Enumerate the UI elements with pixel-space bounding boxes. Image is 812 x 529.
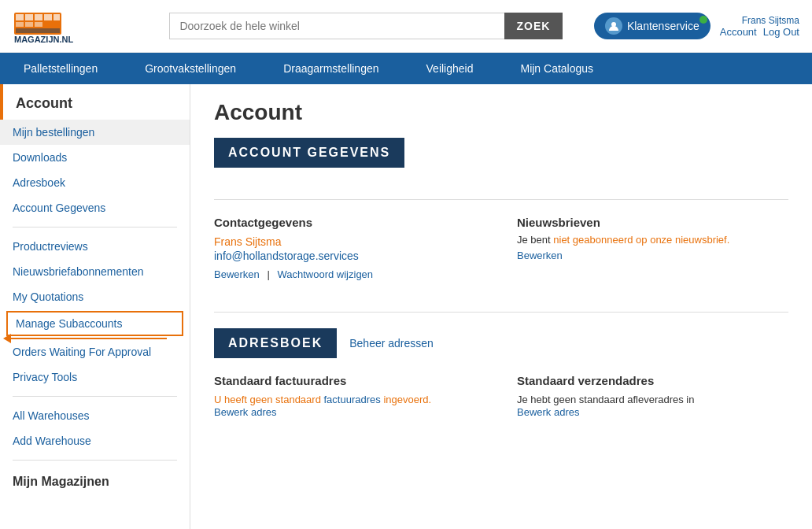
newsletter-highlight: niet geabonneerd op onze nieuwsbrief. xyxy=(553,234,729,246)
billing-title: Standaard factuuradres xyxy=(214,374,485,387)
svg-rect-9 xyxy=(35,22,42,27)
newsletter-text: Je bent niet geabonneerd op onze nieuwsb… xyxy=(517,234,788,246)
sidebar-item-add-warehouse[interactable]: Add Warehouse xyxy=(0,428,190,453)
sidebar-item-mijn-bestellingen[interactable]: Mijn bestellingen xyxy=(0,120,190,145)
contact-email: info@hollandstorage.services xyxy=(214,250,485,262)
svg-rect-3 xyxy=(25,14,33,20)
nav-veiligheid[interactable]: Veiligheid xyxy=(403,53,497,84)
search-button[interactable]: ZOEK xyxy=(504,13,563,39)
contact-row: Contactgegevens Frans Sijtsma info@holla… xyxy=(214,216,788,296)
sidebar-item-my-quotations[interactable]: My Quotations xyxy=(0,284,190,309)
shipping-text: Je hebt geen standaard afleveradres in xyxy=(517,394,788,405)
top-links: Frans Sijtsma Account Log Out xyxy=(720,15,799,38)
sidebar-item-downloads[interactable]: Downloads xyxy=(0,145,190,170)
sidebar-divider-2 xyxy=(13,396,177,397)
arrow-line xyxy=(9,338,167,339)
bewerken-link[interactable]: Bewerken xyxy=(214,268,260,280)
shipping-address-section: Standaard verzendadres Je hebt geen stan… xyxy=(517,374,788,418)
sidebar-item-account-gegevens[interactable]: Account Gegevens xyxy=(0,195,190,220)
sidebar-divider-1 xyxy=(13,227,177,228)
link-separator: | xyxy=(267,268,269,280)
svg-text:MAGAZIJN.NL: MAGAZIJN.NL xyxy=(14,35,73,44)
klantenservice-button[interactable]: Klantenservice xyxy=(594,13,710,39)
account-gegevens-header: ACCOUNT GEGEVENS xyxy=(214,138,404,168)
main-layout: Account Mijn bestellingen Downloads Adre… xyxy=(0,84,812,529)
sidebar-item-all-warehouses[interactable]: All Warehouses xyxy=(0,403,190,428)
adresboek-label: ADRESBOEK xyxy=(214,328,337,358)
sidebar: Account Mijn bestellingen Downloads Adre… xyxy=(0,84,190,529)
logout-link[interactable]: Log Out xyxy=(763,26,799,38)
beheer-adressen-link[interactable]: Beheer adressen xyxy=(349,337,434,350)
top-right: Klantenservice Frans Sijtsma Account Log… xyxy=(594,13,799,39)
address-row: Standaard factuuradres U heeft geen stan… xyxy=(214,374,788,418)
newsletter-edit-link[interactable]: Bewerken xyxy=(517,250,563,261)
sidebar-section-magazijnen: Mijn Magazijnen xyxy=(0,467,190,494)
search-input[interactable] xyxy=(169,13,504,39)
billing-text: U heeft geen standaard factuuradres inge… xyxy=(214,394,485,405)
sidebar-item-orders-waiting[interactable]: Orders Waiting For Approval xyxy=(0,339,190,364)
section-divider-2 xyxy=(214,312,788,313)
svg-rect-7 xyxy=(16,22,24,27)
account-link[interactable]: Account xyxy=(720,26,757,38)
nav-draagarmstellingen[interactable]: Draagarmstellingen xyxy=(260,53,402,84)
svg-rect-6 xyxy=(54,14,60,20)
main-content: Account ACCOUNT GEGEVENS Contactgegevens… xyxy=(190,84,812,529)
svg-rect-2 xyxy=(16,14,24,20)
contact-name: Frans Sijtsma xyxy=(214,235,485,248)
section-divider-1 xyxy=(214,199,788,200)
logo: MAGAZIJN.NL xyxy=(13,6,115,46)
bewerk-billing-link[interactable]: Bewerk adres xyxy=(214,406,276,418)
nav-mijn-catalogus[interactable]: Mijn Catalogus xyxy=(496,53,617,84)
sidebar-item-nieuwsbriefabonnementen[interactable]: Nieuwsbriefabonnementen xyxy=(0,259,190,284)
sidebar-section-account: Account xyxy=(0,84,190,120)
nav-palletstellingen[interactable]: Palletstellingen xyxy=(0,53,121,84)
adresboek-header: ADRESBOEK Beheer adressen xyxy=(214,328,788,358)
shipping-title: Standaard verzendadres xyxy=(517,374,788,387)
contact-links: Bewerken | Wachtwoord wijzigen xyxy=(214,268,485,280)
sidebar-item-manage-subaccounts[interactable]: Manage Subaccounts xyxy=(6,311,183,336)
billing-address-section: Standaard factuuradres U heeft geen stan… xyxy=(214,374,485,418)
online-status-dot xyxy=(699,16,707,24)
newsletter-section: Nieuwsbrieven Je bent niet geabonneerd o… xyxy=(517,216,788,280)
sidebar-item-privacy-tools[interactable]: Privacy Tools xyxy=(0,364,190,390)
arrow-head xyxy=(3,334,11,343)
wachtwoord-link[interactable]: Wachtwoord wijzigen xyxy=(277,268,373,280)
sidebar-item-productreviews[interactable]: Productreviews xyxy=(0,234,190,259)
sidebar-item-adresboek[interactable]: Adresboek xyxy=(0,170,190,195)
svg-rect-8 xyxy=(25,22,33,27)
page-title: Account xyxy=(214,100,788,125)
contact-section: Contactgegevens Frans Sijtsma info@holla… xyxy=(214,216,485,280)
logged-in-user: Frans Sijtsma xyxy=(742,15,799,26)
svg-rect-10 xyxy=(16,28,60,33)
contact-label: Contactgegevens xyxy=(214,216,485,229)
nav-bar: Palletstellingen Grootvakstellingen Draa… xyxy=(0,53,812,84)
arrow-annotation xyxy=(0,338,190,339)
logo-area: MAGAZIJN.NL xyxy=(13,6,138,46)
user-avatar-icon xyxy=(605,17,622,35)
svg-rect-4 xyxy=(35,14,42,20)
klantenservice-label: Klantenservice xyxy=(627,20,699,32)
svg-rect-5 xyxy=(44,14,52,20)
sidebar-divider-3 xyxy=(13,460,177,461)
bewerk-shipping-link[interactable]: Bewerk adres xyxy=(517,406,579,418)
newsletter-title: Nieuwsbrieven xyxy=(517,216,788,229)
search-area: ZOEK xyxy=(169,13,563,39)
nav-grootvakstellingen[interactable]: Grootvakstellingen xyxy=(121,53,260,84)
top-bar: MAGAZIJN.NL ZOEK Klantenservice Frans Si… xyxy=(0,0,812,53)
